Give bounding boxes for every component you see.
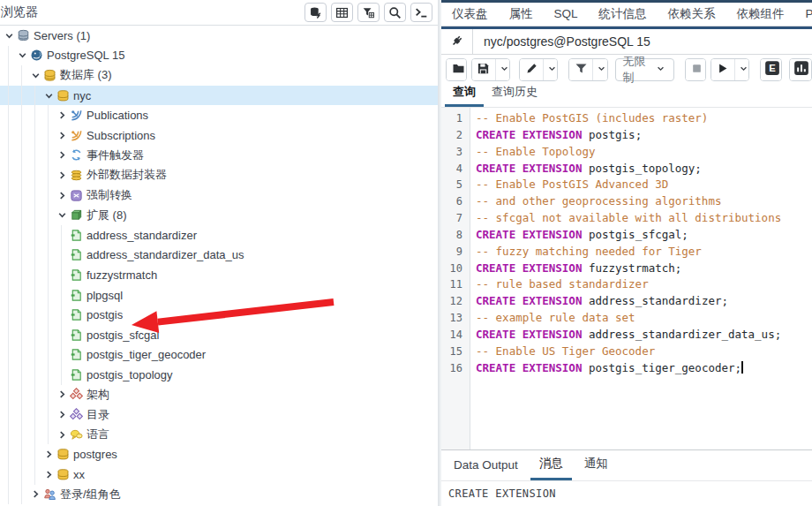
main-tab-2[interactable]: SQL: [544, 3, 589, 26]
filtered-rows-button[interactable]: [357, 3, 380, 22]
execute-button-dropdown[interactable]: [734, 59, 749, 80]
main-tab-3[interactable]: 统计信息: [589, 3, 658, 26]
filter-button-dropdown[interactable]: [592, 59, 607, 80]
tree-item--[interactable]: 外部数据封装器: [0, 165, 438, 185]
output-tab-1[interactable]: 消息: [530, 450, 572, 480]
folder-icon: [452, 62, 465, 78]
line-number: 8: [441, 227, 470, 244]
sql-line-10: 10CREATE EXTENSION fuzzystrmatch;: [441, 261, 812, 277]
tree-indent-guide: [8, 125, 9, 146]
edit-button-dropdown[interactable]: [543, 59, 558, 80]
save-file-button[interactable]: [472, 59, 495, 80]
chevron-down-icon[interactable]: [16, 49, 29, 62]
svg-text:E: E: [769, 63, 776, 73]
edit-button[interactable]: [520, 59, 543, 80]
output-tab-0[interactable]: Data Output: [445, 453, 527, 480]
tree-item-publications[interactable]: Publications: [0, 105, 438, 125]
chevron-right-icon[interactable]: [56, 428, 69, 442]
foreign-data-wrapper-icon: [69, 168, 83, 182]
output-tab-2[interactable]: 通知: [575, 450, 617, 480]
tree-item-subscriptions[interactable]: Subscriptions: [0, 125, 438, 146]
chevron-right-icon[interactable]: [56, 109, 69, 122]
query-tab-0[interactable]: 查询: [445, 80, 484, 107]
sql-line-code: -- rule based standardizer: [470, 276, 649, 293]
tree-indent-guide: [34, 385, 35, 405]
tree-item--8-[interactable]: 扩展 (8): [0, 205, 438, 225]
chevron-right-icon[interactable]: [42, 448, 56, 461]
languages-icon: [69, 427, 83, 442]
tree-item--[interactable]: 登录/组角色: [0, 485, 438, 505]
tree-item-postgis_tiger_geocoder[interactable]: postgis_tiger_geocoder: [0, 345, 438, 366]
tree-item-servers-1-[interactable]: Servers (1): [0, 26, 438, 46]
chevron-down-icon[interactable]: [3, 29, 16, 42]
tree-item--[interactable]: 架构: [0, 385, 438, 405]
chevron-right-icon[interactable]: [56, 408, 69, 421]
sql-line-code: -- sfcgal not available with all distrib…: [470, 210, 781, 227]
chevron-down-icon[interactable]: [29, 69, 42, 82]
chevron-down-icon[interactable]: [42, 89, 56, 102]
tree-item-address_standardizer_data_us[interactable]: address_standardizer_data_us: [0, 245, 438, 266]
main-tab-1[interactable]: 属性: [499, 3, 544, 26]
tree-item-plpgsql[interactable]: plpgsql: [0, 285, 438, 306]
tree-indent-guide: [48, 325, 49, 345]
chevron-right-icon[interactable]: [56, 169, 69, 182]
chevron-right-icon[interactable]: [29, 487, 42, 501]
query-tool-button[interactable]: [304, 3, 327, 22]
tree-item--[interactable]: 事件触发器: [0, 146, 438, 166]
tree-item-label: 目录: [86, 407, 109, 423]
extension-icon: [69, 268, 83, 282]
tree-indent-guide: [48, 265, 49, 285]
main-tab-6[interactable]: Processes: [795, 3, 812, 26]
tree-item-postgres[interactable]: postgres: [0, 444, 438, 464]
chevron-right-icon[interactable]: [42, 468, 56, 481]
chevron-right-icon[interactable]: [56, 129, 69, 142]
chevron-right-icon[interactable]: [56, 148, 69, 162]
open-file-button[interactable]: [447, 59, 467, 80]
tree-item-postgis_topology[interactable]: postgis_topology: [0, 365, 438, 385]
tree-item-nyc[interactable]: nyc: [0, 86, 438, 106]
tree-indent-guide: [8, 464, 9, 485]
tree-item-xx[interactable]: xx: [0, 464, 438, 485]
tree-item--[interactable]: 目录: [0, 404, 438, 425]
view-data-button[interactable]: [331, 3, 353, 22]
subscriptions-icon: [69, 128, 83, 142]
connection-bar: nyc/postgres@PostgreSQL 15: [441, 26, 812, 55]
tree-indent-guide: [48, 146, 49, 166]
connection-status-button[interactable]: [441, 29, 473, 54]
chevron-down-icon[interactable]: [56, 208, 69, 222]
chevron-right-icon[interactable]: [56, 388, 69, 401]
tree-indent-guide: [8, 146, 9, 166]
row-limit-select[interactable]: 无限制: [615, 58, 674, 81]
query-tab-1[interactable]: 查询历史: [484, 80, 545, 107]
tree-item-fuzzystrmatch[interactable]: fuzzystrmatch: [0, 265, 438, 285]
tree-item--[interactable]: 强制转换: [0, 185, 438, 206]
line-number: 11: [441, 276, 470, 293]
tree-item-postgresql-15[interactable]: PostgreSQL 15: [0, 46, 438, 66]
main-tab-0[interactable]: 仪表盘: [441, 3, 499, 26]
sql-editor[interactable]: 1-- Enable PostGIS (includes raster)2CRE…: [441, 108, 812, 449]
explain-analyze-button[interactable]: [790, 59, 812, 80]
tree-indent-guide: [8, 225, 9, 245]
main-tab-5[interactable]: 依赖组件: [726, 3, 795, 26]
tree-indent-guide: [48, 185, 49, 206]
tree-item-label: Publications: [86, 109, 148, 122]
tree-item--[interactable]: 语言: [0, 425, 438, 445]
tree-item-postgis_sfcgal[interactable]: postgis_sfcgal: [0, 325, 438, 345]
cancel-query-button[interactable]: [686, 59, 706, 80]
save-file-button-dropdown[interactable]: [495, 59, 510, 80]
chevron-right-icon[interactable]: [56, 189, 69, 202]
tree-item--3-[interactable]: 数据库 (3): [0, 65, 438, 86]
tree-item-postgis[interactable]: postgis: [0, 305, 438, 325]
tree-indent-guide: [48, 105, 49, 125]
explain-button[interactable]: E: [761, 59, 783, 80]
execute-button[interactable]: [711, 59, 734, 80]
psql-tool-button[interactable]: [410, 3, 432, 22]
tree-item-address_standardizer[interactable]: address_standardizer: [0, 225, 438, 245]
main-tab-4[interactable]: 依赖关系: [658, 3, 726, 26]
sql-line-code: CREATE EXTENSION postgis_topology;: [470, 161, 702, 177]
search-objects-button[interactable]: [384, 3, 406, 22]
tree-indent-guide: [48, 345, 49, 366]
filter-button[interactable]: [569, 59, 592, 80]
tree-indent-guide: [61, 265, 62, 285]
extension-icon: [69, 228, 83, 242]
